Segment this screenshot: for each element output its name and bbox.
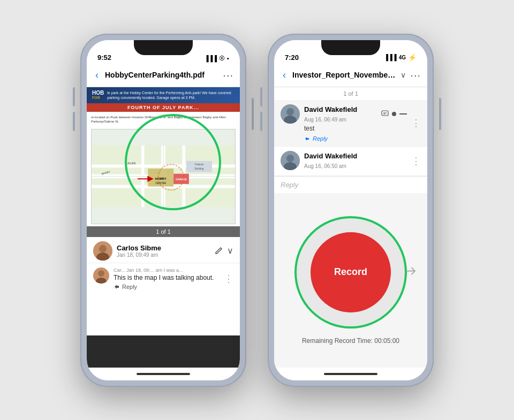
remaining-time: Remaining Record Time: 00:05:00: [302, 337, 399, 345]
pdf-body: re located on Rusk between Houston St/Me…: [87, 112, 240, 127]
sub-comment-row: Car... Jan 18, 09:... am I was a... This…: [93, 268, 233, 290]
battery-icon: ▪: [227, 55, 229, 62]
record-button[interactable]: Record: [311, 232, 391, 312]
status-time-2: 7:20: [285, 54, 299, 62]
avatar-svg: [93, 241, 112, 261]
nav-bar-2: ‹ Investor_Report_November... ∨ ···: [274, 64, 427, 87]
status-icons-2: ▐▐▐ 4G ⚡: [384, 54, 417, 62]
back-button-1[interactable]: ‹: [93, 70, 101, 81]
record-circle-outer: Record: [294, 216, 407, 329]
left-buttons: [73, 87, 75, 131]
sub-date: Jan 18, 09:... am I was a...: [126, 268, 183, 273]
sub-commenter: Car...: [114, 268, 125, 273]
message-item-2: David Wakefield Aug 16, 06:50 am ⋮: [274, 147, 427, 176]
reply-icon-1: [304, 135, 311, 142]
status-time-1: 9:52: [97, 54, 111, 62]
sub-comment-body: Car... Jan 18, 09:... am I was a... This…: [114, 268, 220, 290]
send-button[interactable]: [405, 265, 417, 279]
svg-point-34: [286, 155, 294, 162]
more-button-2[interactable]: ···: [410, 69, 421, 81]
edit-icon[interactable]: [214, 247, 223, 255]
reply-label-1: Reply: [122, 284, 137, 290]
svg-point-25: [98, 270, 104, 277]
reply-label-msg-1: Reply: [313, 135, 328, 142]
pdf-page-indicator: 1 of 1: [87, 226, 240, 237]
status-icons-1: ▐▐▐ ⦿ ▪: [205, 55, 229, 62]
dark-bottom: [87, 335, 240, 368]
message-item-1: David Wakefield Aug 16, 06:49 am: [274, 100, 427, 147]
more-icon-msg-1[interactable]: ⋮: [411, 117, 421, 129]
comment-header: Carlos Sibme Jan 18, 09:49 am ∨: [87, 237, 240, 263]
nav-title-1: HobbyCenterParking4th.pdf: [105, 71, 218, 79]
comment-date: Jan 18, 09:49 am: [117, 252, 161, 258]
volume-down-button[interactable]: [73, 112, 75, 131]
volume-up-button[interactable]: [73, 87, 75, 106]
reply-input-area[interactable]: Reply: [274, 176, 427, 193]
commenter-info: Carlos Sibme Jan 18, 09:49 am: [117, 244, 161, 258]
more-button-1[interactable]: ···: [223, 69, 233, 81]
logo-sub: FOR: [92, 96, 104, 100]
power-button[interactable]: [252, 98, 254, 130]
send-icon: [405, 265, 417, 277]
msg-header-2: David Wakefield Aug 16, 06:50 am: [304, 151, 407, 170]
reply-arrow-icon: [114, 284, 120, 290]
svg-text:CENTER: CENTER: [155, 182, 166, 185]
avatar-3: [281, 151, 300, 170]
phone-1: 9:52 ▐▐▐ ⦿ ▪ ‹ HobbyCenterParking4th.pdf…: [80, 34, 246, 387]
comment-section-1: Carlos Sibme Jan 18, 09:49 am ∨: [87, 237, 240, 368]
avatar-3-svg: [281, 151, 300, 170]
logo-main: HOB: [92, 90, 104, 96]
msg-date-2: Aug 16, 06:50 am: [304, 163, 346, 169]
power-button-2[interactable]: [439, 98, 441, 130]
svg-text:GARAGE: GARAGE: [176, 179, 187, 181]
phone-2: 7:20 ▐▐▐ 4G ⚡ ‹ Investor_Report_November…: [268, 34, 434, 387]
svg-text:ALLEN: ALLEN: [127, 163, 136, 165]
map-svg: HOBBY CENTER GARAGE: [92, 129, 235, 223]
more-icon-msg-2[interactable]: ⋮: [411, 155, 421, 167]
notch-2: [321, 40, 380, 55]
svg-text:Building: Building: [195, 168, 204, 171]
notch: [134, 40, 193, 55]
sub-comment-meta: Car... Jan 18, 09:... am I was a...: [114, 268, 220, 273]
avatar-1: [93, 241, 112, 261]
reply-placeholder: Reply: [281, 181, 298, 189]
home-indicator-1: [137, 373, 190, 375]
commenter-name: Carlos Sibme: [117, 244, 161, 252]
pdf-viewer: HOB FOR le park at the Hobby Center for …: [87, 87, 240, 237]
phone-1-screen: 9:52 ▐▐▐ ⦿ ▪ ‹ HobbyCenterParking4th.pdf…: [87, 40, 240, 380]
pdf-header: HOB FOR le park at the Hobby Center for …: [87, 87, 240, 103]
home-indicator-2: [324, 373, 377, 375]
more-icon-comment[interactable]: ⋮: [224, 273, 233, 285]
record-label: Record: [334, 266, 367, 278]
reply-link-1[interactable]: Reply: [114, 284, 220, 290]
nav-title-2: Investor_Report_November...: [292, 71, 396, 79]
sub-avatar: [93, 268, 109, 284]
volume-down-button-2[interactable]: [260, 112, 262, 131]
message-content-1: David Wakefield Aug 16, 06:49 am: [304, 104, 407, 142]
left-buttons-2: [260, 87, 262, 131]
signal-bars-icon: ▐▐▐: [384, 54, 396, 60]
nav-bar-1: ‹ HobbyCenterParking4th.pdf ···: [87, 64, 240, 87]
back-button-2[interactable]: ‹: [281, 70, 288, 81]
msg-reply-1[interactable]: Reply: [304, 135, 407, 142]
dot-badge: [392, 112, 396, 116]
pdf-red-banner: FOURTH OF JULY PARK...: [87, 103, 240, 112]
volume-up-button-2[interactable]: [260, 87, 262, 106]
expand-nav-icon[interactable]: ∨: [400, 71, 406, 79]
messages-container: David Wakefield Aug 16, 06:49 am: [274, 100, 427, 368]
comment-icon: [381, 110, 389, 118]
msg-date-1: Aug 16, 06:49 am: [304, 117, 346, 123]
phones-container: 9:52 ▐▐▐ ⦿ ▪ ‹ HobbyCenterParking4th.pdf…: [80, 34, 434, 387]
msg-text-1: test: [304, 125, 407, 132]
signal-icon: ▐▐▐: [205, 55, 217, 62]
wifi-icon: ⦿: [219, 55, 225, 62]
comment-thread: Car... Jan 18, 09:... am I was a... This…: [87, 263, 240, 294]
msg-name-1: David Wakefield: [304, 105, 357, 113]
header-icons: ∨: [214, 246, 233, 256]
pdf-map: HOBBY CENTER GARAGE: [91, 129, 236, 224]
network-label: 4G: [399, 55, 406, 60]
svg-rect-16: [186, 161, 212, 172]
phone-2-screen: 7:20 ▐▐▐ 4G ⚡ ‹ Investor_Report_November…: [274, 40, 427, 380]
pdf-header-text: le park at the Hobby Center for the Perf…: [107, 90, 235, 100]
expand-icon[interactable]: ∨: [227, 246, 233, 256]
